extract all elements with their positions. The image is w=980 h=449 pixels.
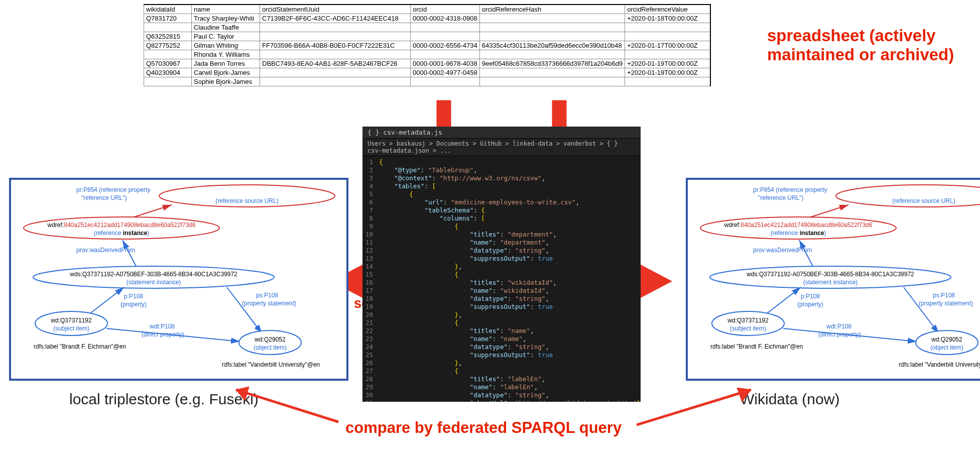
cell-orcidReferenceHash <box>479 77 625 86</box>
cell-wikidataId <box>144 23 192 32</box>
cell-orcidReferenceValue: +2020-01-18T00:00:00Z <box>625 14 710 23</box>
th-name: name <box>192 5 260 14</box>
svg-text:(direct property): (direct property) <box>818 331 861 338</box>
th-orcidReferenceValue: orcidReferenceValue <box>625 5 710 14</box>
svg-text:wd:Q37371192: wd:Q37371192 <box>50 317 92 324</box>
cell-orcidReferenceHash: 64335c4cf30113be20af59ded6ecc0e390d10b48 <box>479 41 625 50</box>
svg-text:wd:Q29052: wd:Q29052 <box>931 336 962 343</box>
graph-panel-local: (reference source URL) pr:P854 (referenc… <box>9 178 348 381</box>
cell-orcidReferenceHash <box>479 50 625 59</box>
spreadsheet-table: wikidataId name orcidStatementUuid orcid… <box>144 4 711 86</box>
svg-text:p:P108: p:P108 <box>124 293 143 300</box>
cell-orcidStatementUuid <box>260 77 411 86</box>
svg-text:(reference source URL): (reference source URL) <box>215 197 278 204</box>
svg-text:(object item): (object item) <box>930 344 963 351</box>
cell-orcidReferenceValue: +2020-01-19T00:00:00Z <box>625 68 710 77</box>
cell-name: Jada Benn Torres <box>192 59 260 68</box>
editor-tab[interactable]: { } csv-metadata.js <box>362 127 641 139</box>
svg-text:(property): (property) <box>120 301 147 308</box>
label-wikidata: Wikidata (now) <box>740 391 839 408</box>
table-row: Q40230904Carwil Bjork-James0000-0002-497… <box>144 68 710 77</box>
svg-text:pr:P854 (reference property: pr:P854 (reference property <box>753 186 827 193</box>
svg-text:wdref:840a251ec4212add174908eb: wdref:840a251ec4212add174908ebacd8e60a52… <box>47 221 196 229</box>
cell-wikidataId: Q40230904 <box>144 68 192 77</box>
cell-orcidReferenceValue <box>625 77 710 86</box>
svg-text:(subject item): (subject item) <box>730 325 766 332</box>
cell-orcid <box>411 50 480 59</box>
svg-text:rdfs:label "Brandt F. Eichman": rdfs:label "Brandt F. Eichman"@en <box>34 343 126 350</box>
th-wikidataId: wikidataId <box>144 5 192 14</box>
th-orcid: orcid <box>411 5 480 14</box>
svg-line-2 <box>637 390 751 425</box>
svg-text:(reference source URL): (reference source URL) <box>892 197 955 204</box>
svg-text:ps:P108: ps:P108 <box>933 292 955 299</box>
editor-breadcrumbs[interactable]: Users > baskausj > Documents > GitHub > … <box>362 139 641 156</box>
annotation-compare: compare by federated SPARQL query <box>345 419 622 437</box>
graph-panel-wikidata: (reference source URL) pr:P854 (referenc… <box>686 178 980 381</box>
table-row: Sophie Bjork-James <box>144 77 710 86</box>
svg-text:p:P108: p:P108 <box>801 293 820 300</box>
svg-line-47 <box>766 287 801 314</box>
svg-text:wdt:P108: wdt:P108 <box>149 323 175 330</box>
table-row: Claudine Taaffe <box>144 23 710 32</box>
cell-orcid <box>411 23 480 32</box>
label-local-triplestore: local triplestore (e.g. Fuseki) <box>69 391 259 408</box>
svg-text:rdfs:label "Vanderbilt Univers: rdfs:label "Vanderbilt University"@en <box>899 361 980 368</box>
svg-text:(reference instance): (reference instance) <box>94 230 150 237</box>
cell-name: Sophie Bjork-James <box>192 77 260 86</box>
cell-orcidStatementUuid: DBBC7493-8EA0-4AB1-828F-5AB2467BCF26 <box>260 59 411 68</box>
svg-line-17 <box>89 287 124 314</box>
cell-orcidStatementUuid: C7139B2F-6F6C-43CC-AD6C-F11424EEC418 <box>260 14 411 23</box>
table-row: Rhonda Y. Williams <box>144 50 710 59</box>
cell-orcid: 0000-0002-4977-0458 <box>411 68 480 77</box>
cell-wikidataId: Q82775252 <box>144 41 192 50</box>
cell-wikidataId <box>144 77 192 86</box>
svg-text:wdref:840a251ec4212add174908eb: wdref:840a251ec4212add174908ebacd8e60a52… <box>724 221 873 229</box>
cell-orcidStatementUuid <box>260 50 411 59</box>
cell-orcidReferenceValue <box>625 32 710 41</box>
cell-wikidataId: Q57030967 <box>144 59 192 68</box>
cell-orcidReferenceValue <box>625 50 710 59</box>
svg-text:"reference URL"): "reference URL") <box>758 194 804 201</box>
cell-wikidataId: Q63252815 <box>144 32 192 41</box>
cell-orcidReferenceHash <box>479 14 625 23</box>
cell-wikidataId: Q7831720 <box>144 14 192 23</box>
svg-text:wd:Q29052: wd:Q29052 <box>254 336 286 343</box>
cell-orcidReferenceHash <box>479 23 625 32</box>
svg-text:rdfs:label "Vanderbilt Univers: rdfs:label "Vanderbilt University"@en <box>222 361 320 368</box>
cell-orcidReferenceHash <box>479 32 625 41</box>
cell-orcidStatementUuid <box>260 23 411 32</box>
svg-text:wd:Q37371192: wd:Q37371192 <box>727 317 769 324</box>
table-row: Q82775252Gilman WhitingFF703596-B66A-40B… <box>144 41 710 50</box>
cell-name: Gilman Whiting <box>192 41 260 50</box>
svg-text:(subject item): (subject item) <box>53 325 89 332</box>
table-row: Q57030967Jada Benn TorresDBBC7493-8EA0-4… <box>144 59 710 68</box>
editor-code[interactable]: { "@type": "TableGroup", "@context": "ht… <box>377 156 641 402</box>
svg-text:(property): (property) <box>797 301 823 308</box>
svg-text:wdt:P108: wdt:P108 <box>826 323 851 330</box>
cell-name: Rhonda Y. Williams <box>192 50 260 59</box>
cell-orcid: 0000-0001-9678-4038 <box>411 59 480 68</box>
cell-orcidReferenceHash: 9eef05468c67858cd33736666d3978f1a204b6d9 <box>479 59 625 68</box>
cell-name: Claudine Taaffe <box>192 23 260 32</box>
cell-orcidReferenceValue: +2020-01-19T00:00:00Z <box>625 59 710 68</box>
svg-text:(reference instance): (reference instance) <box>771 230 826 237</box>
svg-text:pr:P854 (reference property: pr:P854 (reference property <box>76 186 150 193</box>
svg-text:"reference URL"): "reference URL") <box>81 194 127 201</box>
cell-name: Tracy Sharpley-Whiti <box>192 14 260 23</box>
annotation-spreadsheet: spreadsheet (actively maintained or arch… <box>767 26 954 64</box>
svg-text:(statement instance): (statement instance) <box>127 279 181 286</box>
svg-text:(direct property): (direct property) <box>142 331 184 338</box>
cell-orcid: 0000-0002-4318-0908 <box>411 14 480 23</box>
svg-text:wds:Q37371192-A0750BEF-303B-46: wds:Q37371192-A0750BEF-303B-4665-8B34-80… <box>69 271 237 278</box>
cell-orcidStatementUuid <box>260 32 411 41</box>
cell-orcidReferenceValue <box>625 23 710 32</box>
table-row: Q63252815Paul C. Taylor <box>144 32 710 41</box>
svg-text:(statement instance): (statement instance) <box>803 279 858 286</box>
cell-orcidReferenceValue: +2020-01-17T00:00:00Z <box>625 41 710 50</box>
svg-text:rdfs:label "Brandt F. Eichman": rdfs:label "Brandt F. Eichman"@en <box>710 343 803 350</box>
svg-text:(object item): (object item) <box>254 344 287 351</box>
code-editor: { } csv-metadata.js Users > baskausj > D… <box>362 127 641 402</box>
svg-line-43 <box>799 240 813 267</box>
th-orcidStatementUuid: orcidStatementUuid <box>260 5 411 14</box>
